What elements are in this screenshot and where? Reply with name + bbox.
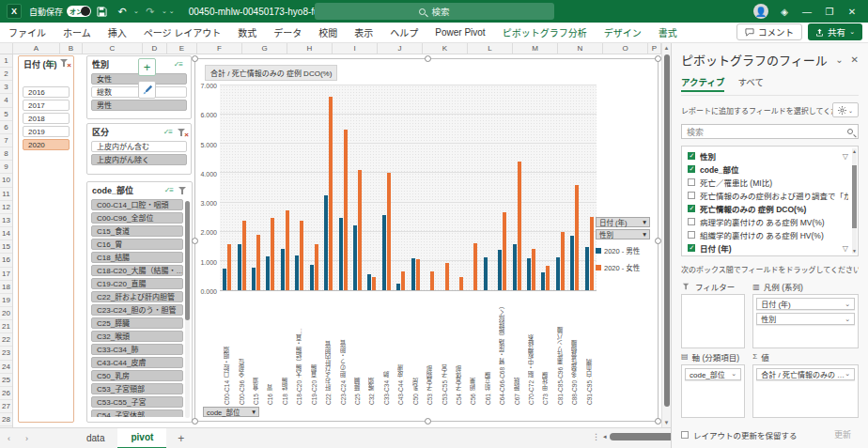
column-headers[interactable]: ABCDEFGHIJKLMNOP [0,43,671,54]
slicer-kubun[interactable]: 区分 ✓≡ × 上皮内がん含む上皮内がん除く [86,123,192,175]
field-item[interactable]: 組織学的裏付けの ある症例 HV(%) [688,228,848,241]
bar-2020 - 男性[interactable] [585,247,589,290]
row-header[interactable]: 2 [0,68,12,81]
add-sheet-button[interactable]: + [166,432,195,445]
bar-2020 - 女性[interactable] [286,210,289,290]
bar-2020 - 女性[interactable] [256,235,260,290]
row-header[interactable]: 13 [0,214,12,227]
row-header[interactable]: 11 [0,188,12,201]
row-header[interactable]: 7 [0,134,12,147]
sheet-tab-data[interactable]: data [73,428,117,448]
scroll-left-icon[interactable]: ◂ [603,433,607,440]
pivot-chart[interactable]: 合計 / 死亡情報のみの 症例 DCO(%) 0.0001.0002.0003.… [194,58,659,422]
field-item[interactable]: 病理学的裏付けの ある症例 MV(%) [688,215,848,228]
slicer-item[interactable]: C54_子宮体部 [91,409,183,417]
column-header[interactable]: C [83,43,143,54]
column-header[interactable]: D [143,43,167,54]
slicer-item[interactable]: C19-C20_直腸 [91,278,183,289]
sheet-nav-left-icon[interactable]: ‹ [0,434,18,443]
clear-filter-icon[interactable]: × [177,128,187,137]
ribbon-tab-ファイル[interactable]: ファイル [0,23,54,43]
filters-area[interactable]: フィルター [681,279,745,348]
column-header[interactable]: H [287,43,333,54]
slicer-item[interactable]: 上皮内がん含む [91,141,187,152]
column-header[interactable]: N [558,43,603,54]
bar-2020 - 男性[interactable] [498,250,502,290]
selection-handle[interactable] [655,55,661,62]
bar-2020 - 男性[interactable] [411,258,415,290]
pill-dropdown-icon[interactable]: ⌄ [731,370,736,378]
selection-handle[interactable] [192,238,198,244]
slicer-item[interactable]: C00-C96_全部位 [91,212,183,224]
field-item[interactable]: code_部位 [688,162,848,176]
slicer-scrollbar[interactable] [185,201,190,418]
bar-2020 - 男性[interactable] [541,272,545,290]
pill-dropdown-icon[interactable]: ⌄ [845,301,850,308]
slicer-item[interactable]: C25_膵臓 [91,317,183,329]
bar-2020 - 男性[interactable] [238,244,241,290]
row-header[interactable]: 21 [0,320,12,333]
field-checkbox[interactable] [688,165,695,173]
tools-gear-button[interactable]: ⌄ [832,102,859,117]
row-header[interactable]: 24 [0,361,12,374]
ribbon-tab-数式[interactable]: 数式 [229,23,265,43]
defer-layout-checkbox[interactable] [681,431,689,439]
user-avatar[interactable]: 👤 [753,4,768,19]
bar-2020 - 男性[interactable] [367,274,371,290]
field-list-scrollbar[interactable]: ▲ ▼ [852,148,857,254]
slicer-item[interactable]: C16_胃 [91,239,183,250]
bar-2020 - 女性[interactable] [372,277,376,290]
selection-handle[interactable] [425,55,431,62]
bar-2020 - 女性[interactable] [575,185,579,290]
row-header[interactable]: 12 [0,201,12,214]
undo-caret[interactable]: ⌄ [133,8,139,15]
scroll-up-icon[interactable]: ▲ [662,43,671,53]
pane-close-icon[interactable]: ✕ [851,54,859,65]
bar-2020 - 女性[interactable] [344,130,348,290]
ribbon-tab-ピボットグラフ分析[interactable]: ピボットグラフ分析 [494,23,596,43]
field-list[interactable]: 性別▽code_部位死亡／罹患比 (MI比)死亡情報のみの症例および遡り調査で「… [681,146,859,256]
autosave-toggle[interactable]: 自動保存 オン [29,6,91,18]
selection-handle[interactable] [192,418,198,425]
field-checkbox[interactable] [688,218,695,225]
area-field-pill[interactable]: 日付 (年)⌄ [756,298,855,310]
row-header[interactable]: 27 [0,400,12,413]
row-header[interactable]: 14 [0,227,12,240]
field-checkbox[interactable] [688,244,695,252]
row-header[interactable]: 20 [0,307,12,320]
column-header[interactable]: I [333,43,378,54]
column-header[interactable]: O [603,43,648,54]
clear-filter-icon[interactable]: × [59,58,70,68]
legend-field-button-sex[interactable]: 性別▾ [596,229,650,239]
pane-tab-すべて[interactable]: すべて [737,75,763,92]
slicer-item[interactable]: C00-C14_口腔・咽頭 [91,199,183,210]
selection-handle[interactable] [425,418,431,425]
bar-2020 - 女性[interactable] [532,249,535,290]
scroll-splitter[interactable]: ⋮ [592,432,600,441]
bar-2020 - 女性[interactable] [473,243,477,290]
slicer-code[interactable]: code_部位 ✓≡ C00-C14_口腔・咽頭C00-C96_全部位C15_食… [86,181,193,423]
scroll-up-icon[interactable]: ▲ [852,148,857,154]
row-header[interactable]: 17 [0,268,12,281]
ribbon-tab-ヘルプ[interactable]: ヘルプ [381,23,426,43]
field-checkbox[interactable] [688,205,695,212]
values-area[interactable]: Σ値 合計 / 死亡情報のみの …⌄ [752,349,859,419]
bar-2020 - 女性[interactable] [358,170,362,290]
row-header[interactable]: 6 [0,121,12,134]
column-header[interactable]: B [60,43,83,54]
sheet-nav-right-icon[interactable]: › [18,434,36,443]
bar-2020 - 男性[interactable] [484,257,488,290]
column-header[interactable]: F [197,43,242,54]
area-field-pill[interactable]: 合計 / 死亡情報のみの …⌄ [756,368,855,380]
restore-button[interactable]: ❐ [823,7,836,17]
row-header[interactable]: 8 [0,147,12,161]
bar-2020 - 男性[interactable] [223,269,226,290]
search-input[interactable]: 検索 [315,3,554,20]
ribbon-tab-Power Pivot[interactable]: Power Pivot [426,23,493,43]
selection-handle[interactable] [192,55,198,62]
slicer-date[interactable]: 日付 (年) ✓≡ × 20162017201820192020 [18,55,74,423]
selection-handle[interactable] [655,238,661,244]
slicer-item[interactable]: C15_食道 [91,225,183,237]
row-header[interactable]: 28 [0,413,12,426]
slicer-item[interactable]: C18-C20_大腸（結腸・… [91,265,183,276]
